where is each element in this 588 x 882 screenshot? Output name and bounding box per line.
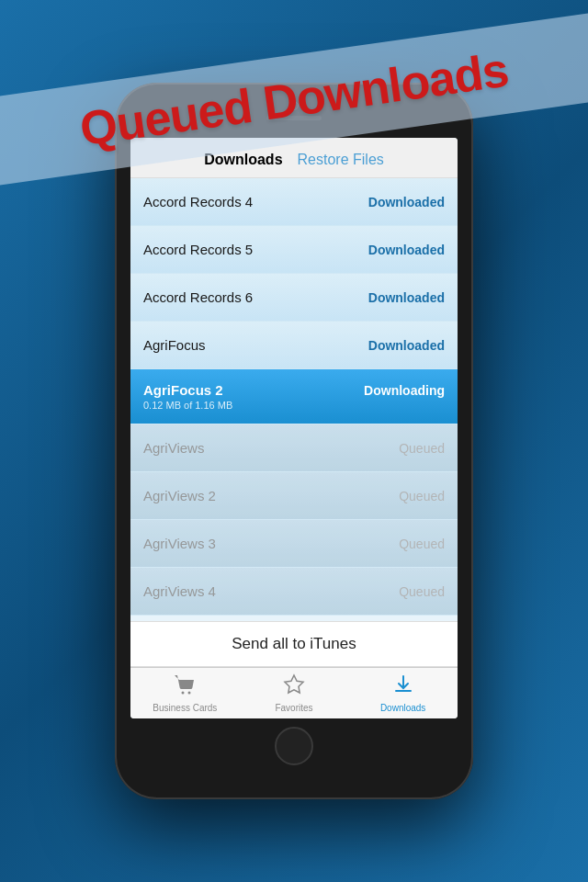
item-name: Accord Records 6 [143, 289, 253, 305]
phone-top [115, 83, 473, 138]
tab-downloads[interactable]: Downloads [204, 152, 282, 168]
download-icon [393, 674, 413, 700]
list-item[interactable]: AgriViews 3 Queued [130, 520, 458, 568]
speaker [266, 116, 322, 120]
item-status: Queued [399, 537, 445, 551]
item-status: Downloading [364, 383, 445, 398]
tab-label-downloads: Downloads [380, 703, 425, 713]
item-name: AgriFocus [143, 337, 206, 353]
screen-header: Downloads Restore Files [130, 138, 458, 178]
svg-point-1 [188, 691, 191, 694]
cart-icon [174, 674, 196, 700]
tab-restore-files[interactable]: Restore Files [298, 152, 384, 168]
active-row-top: AgriFocus 2 Downloading [143, 382, 445, 398]
item-name: Accord Records 5 [143, 242, 253, 257]
item-status: Queued [399, 441, 445, 456]
item-name: AgriViews 2 [143, 488, 216, 503]
item-name: Accord Records 4 [143, 194, 253, 209]
list-item[interactable]: Accord Records 4 Downloaded [130, 178, 458, 226]
list-item[interactable]: AgriFocus Downloaded [130, 322, 458, 369]
svg-point-0 [182, 691, 185, 694]
home-button[interactable] [275, 727, 313, 765]
list-item[interactable]: AgriViews 2 Queued [130, 472, 458, 520]
camera [289, 101, 299, 110]
tab-item-business-cards[interactable]: Business Cards [148, 674, 221, 713]
item-subtitle: 0.12 MB of 1.16 MB [143, 400, 232, 411]
item-status: Downloaded [368, 338, 445, 353]
tab-label-business-cards: Business Cards [153, 703, 217, 713]
item-name: AgriViews 4 [143, 583, 216, 599]
tab-label-favorites: Favorites [275, 703, 312, 713]
send-button-label: Send all to iTunes [232, 635, 356, 653]
list-item[interactable]: Accord Records 5 Downloaded [130, 226, 458, 274]
tab-bar: Business Cards Favorites Downloads [130, 667, 458, 718]
list-item[interactable]: Accord Records 6 Downloaded [130, 274, 458, 322]
screen: Downloads Restore Files Accord Records 4… [130, 138, 458, 718]
tab-item-favorites[interactable]: Favorites [257, 673, 331, 713]
phone-shell: Downloads Restore Files Accord Records 4… [115, 83, 473, 799]
phone-bottom [275, 718, 313, 774]
item-status: Queued [399, 489, 445, 503]
item-name: AgriFocus 2 [143, 382, 223, 398]
item-status: Downloaded [368, 243, 445, 257]
downloads-list: Accord Records 4 Downloaded Accord Recor… [130, 178, 458, 621]
svg-marker-2 [285, 675, 303, 693]
star-icon [283, 673, 305, 700]
item-name: AgriViews [143, 440, 204, 456]
send-all-itunes-button[interactable]: Send all to iTunes [130, 621, 458, 667]
item-name: AgriViews 3 [143, 536, 216, 551]
item-status: Downloaded [368, 195, 445, 209]
tab-item-downloads[interactable]: Downloads [367, 674, 440, 713]
list-item[interactable]: AgriViews 4 Queued [130, 568, 458, 616]
item-status: Queued [399, 584, 445, 599]
list-item[interactable]: AgriFocus 2 Downloading 0.12 MB of 1.16 … [130, 369, 458, 424]
list-item[interactable]: AgriViews Queued [130, 424, 458, 472]
item-status: Downloaded [368, 290, 445, 305]
